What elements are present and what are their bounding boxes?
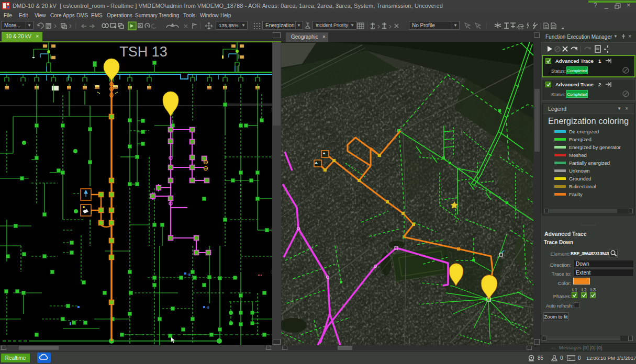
svg-text:-B: -B [206,306,209,309]
svg-text:Faulty: Faulty [569,191,583,197]
svg-text:Meshed: Meshed [569,152,587,158]
svg-text:Partially energized: Partially energized [569,160,610,166]
svg-text:Energized: Energized [569,136,592,142]
svg-text:-B: -B [187,273,191,276]
svg-text:Grounded: Grounded [569,176,591,181]
svg-text:De-energized: De-energized [569,129,599,134]
svg-text:Unknown: Unknown [569,168,590,174]
svg-text:Energized by generator: Energized by generator [569,144,621,150]
svg-text:TSH 13: TSH 13 [119,44,168,60]
svg-text:Bidirectional: Bidirectional [569,184,596,189]
